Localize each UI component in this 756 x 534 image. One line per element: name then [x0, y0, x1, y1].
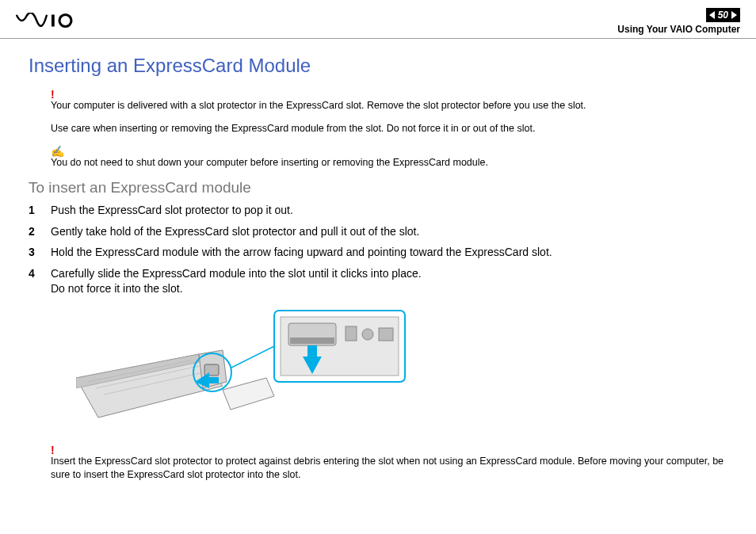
- step-1: Push the ExpressCard slot protector to p…: [29, 203, 727, 218]
- next-page-icon[interactable]: [731, 11, 737, 19]
- footer-warning-text: Insert the ExpressCard slot protector to…: [51, 455, 727, 482]
- note-text: You do not need to shut down your comput…: [51, 156, 727, 170]
- page-nav: 50: [706, 8, 740, 22]
- svg-rect-17: [346, 326, 357, 341]
- svg-point-1: [59, 15, 71, 27]
- step-text: Gently take hold of the ExpressCard slot…: [51, 224, 727, 239]
- svg-rect-8: [204, 364, 219, 376]
- page-content: Inserting an ExpressCard Module ! Your c…: [0, 39, 756, 482]
- step-text: Hold the ExpressCard module with the arr…: [51, 245, 727, 260]
- svg-line-12: [231, 346, 274, 368]
- expresscard-diagram: [76, 303, 409, 437]
- subheading: To insert an ExpressCard module: [29, 179, 727, 196]
- prev-page-icon[interactable]: [709, 11, 715, 19]
- step-2: Gently take hold of the ExpressCard slot…: [29, 224, 727, 239]
- step-4: Carefully slide the ExpressCard module i…: [29, 266, 727, 296]
- warning-text-2: Use care when inserting or removing the …: [51, 122, 727, 135]
- breadcrumb: Using Your VAIO Computer: [617, 24, 740, 35]
- steps-list: Push the ExpressCard slot protector to p…: [29, 203, 727, 296]
- step-3: Hold the ExpressCard module with the arr…: [29, 245, 727, 260]
- vaio-logo: [16, 13, 95, 29]
- step-text: Push the ExpressCard slot protector to p…: [51, 203, 727, 218]
- svg-rect-16: [290, 338, 334, 344]
- svg-marker-10: [223, 378, 274, 410]
- svg-rect-19: [379, 328, 393, 341]
- page-number: 50: [718, 10, 728, 21]
- svg-point-18: [362, 329, 373, 340]
- page-title: Inserting an ExpressCard Module: [29, 55, 727, 77]
- warning-text-1: Your computer is delivered with a slot p…: [51, 99, 727, 113]
- svg-rect-0: [52, 15, 55, 27]
- page-header: 50 Using Your VAIO Computer: [0, 0, 756, 39]
- step-text: Carefully slide the ExpressCard module i…: [51, 266, 727, 296]
